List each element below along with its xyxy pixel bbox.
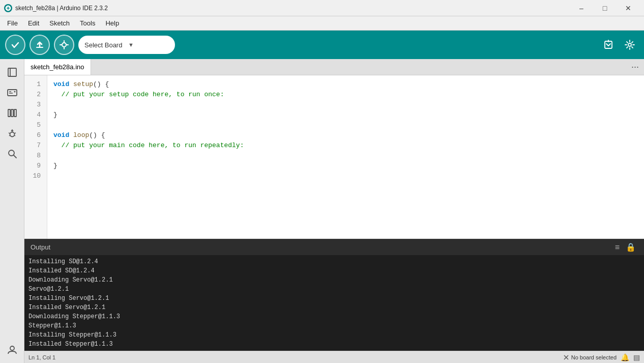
svg-point-27 — [10, 346, 14, 350]
debugger-button[interactable] — [54, 35, 74, 55]
code-content[interactable]: void setup() { // put your setup code he… — [47, 75, 644, 239]
svg-point-25 — [9, 150, 14, 156]
tab-label: sketch_feb28a.ino — [31, 63, 84, 71]
window-title: sketch_feb28a | Arduino IDE 2.3.2 — [15, 5, 570, 12]
settings-button[interactable] — [621, 36, 639, 54]
line-numbers: 1 2 3 4 5 6 7 8 9 10 — [24, 75, 47, 239]
sidebar-item-search[interactable] — [3, 145, 21, 163]
app-icon — [4, 4, 12, 12]
status-bar: Ln 1, Col 1 No board selected 🔔 ▤ — [24, 351, 644, 363]
sidebar-item-account[interactable] — [3, 341, 21, 359]
output-line: Installing Stepper@1.1.3 — [28, 330, 640, 340]
editor-tab[interactable]: sketch_feb28a.ino — [24, 59, 91, 75]
no-board-text: No board selected — [571, 354, 617, 360]
sidebar-item-debug[interactable] — [3, 124, 21, 143]
svg-rect-18 — [14, 109, 16, 117]
output-title: Output — [31, 243, 50, 251]
output-controls: ≡ 🔒 — [613, 241, 638, 253]
svg-point-19 — [10, 132, 14, 137]
svg-rect-17 — [11, 109, 13, 117]
output-header: Output ≡ 🔒 — [24, 239, 644, 255]
verify-button[interactable] — [5, 35, 25, 55]
output-line: Installed SD@1.2.4 — [28, 266, 640, 275]
chevron-down-icon: ▼ — [128, 42, 169, 48]
svg-point-15 — [14, 91, 15, 93]
x-icon — [563, 354, 569, 360]
menu-bar: File Edit Sketch Tools Help — [0, 16, 644, 31]
status-right: No board selected 🔔 ▤ — [563, 353, 640, 361]
main-area: sketch_feb28a.ino ··· 1 2 3 4 5 6 7 8 9 … — [0, 59, 644, 363]
minimize-button[interactable]: – — [570, 0, 593, 16]
cursor-position: Ln 1, Col 1 — [28, 354, 55, 360]
no-board-label: No board selected — [563, 354, 617, 360]
svg-line-22 — [14, 133, 16, 133]
menu-tools[interactable]: Tools — [75, 17, 100, 29]
svg-line-26 — [14, 155, 16, 158]
output-panel: Output ≡ 🔒 Installing SD@1.2.4 Installed… — [24, 239, 644, 351]
svg-rect-12 — [8, 90, 17, 96]
output-line: Downloading Servo@1.2.1 — [28, 275, 640, 285]
output-line: Installing Servo@1.2.1 — [28, 294, 640, 303]
menu-help[interactable]: Help — [100, 17, 124, 29]
board-selector[interactable]: Select Board ▼ — [78, 36, 175, 54]
maximize-button[interactable]: □ — [593, 0, 617, 16]
tab-more-button[interactable]: ··· — [626, 59, 644, 75]
code-editor[interactable]: 1 2 3 4 5 6 7 8 9 10 void setup() { // p… — [24, 75, 644, 239]
output-lock-button[interactable]: 🔒 — [624, 241, 638, 253]
console-button[interactable]: ▤ — [633, 353, 640, 361]
menu-file[interactable]: File — [2, 17, 23, 29]
toolbar-right — [599, 36, 639, 54]
notification-button[interactable]: 🔔 — [621, 353, 629, 361]
output-line: Installing SD@1.2.4 — [28, 257, 640, 266]
sidebar-item-library-manager[interactable] — [3, 104, 21, 122]
output-line: Stepper@1.1.3 — [28, 321, 640, 330]
svg-point-9 — [628, 43, 631, 46]
output-content: Installing SD@1.2.4 Installed SD@1.2.4 D… — [24, 255, 644, 351]
sidebar-item-sketchbook[interactable] — [3, 63, 21, 81]
window-controls: – □ ✕ — [570, 0, 640, 16]
output-line: Installed Servo@1.2.1 — [28, 303, 640, 312]
menu-edit[interactable]: Edit — [23, 17, 44, 29]
upload-button[interactable] — [30, 35, 50, 55]
output-line: Downloading Stepper@1.1.3 — [28, 312, 640, 321]
svg-line-21 — [9, 133, 10, 133]
sidebar-item-boards-manager[interactable] — [3, 83, 21, 102]
output-line: Installed Stepper@1.1.3 — [28, 340, 640, 349]
sidebar — [0, 59, 24, 363]
serial-monitor-button[interactable] — [599, 36, 618, 54]
svg-rect-16 — [8, 109, 10, 117]
svg-point-3 — [62, 43, 66, 47]
svg-rect-10 — [8, 68, 16, 76]
board-selector-label: Select Board — [84, 41, 125, 49]
tab-bar: sketch_feb28a.ino ··· — [24, 59, 644, 75]
close-button[interactable]: ✕ — [617, 0, 640, 16]
title-bar: sketch_feb28a | Arduino IDE 2.3.2 – □ ✕ — [0, 0, 644, 16]
toolbar: Select Board ▼ — [0, 31, 644, 59]
menu-sketch[interactable]: Sketch — [44, 17, 75, 29]
output-list-button[interactable]: ≡ — [613, 241, 622, 253]
output-line: Servo@1.2.1 — [28, 285, 640, 294]
editor-container: sketch_feb28a.ino ··· 1 2 3 4 5 6 7 8 9 … — [24, 59, 644, 363]
